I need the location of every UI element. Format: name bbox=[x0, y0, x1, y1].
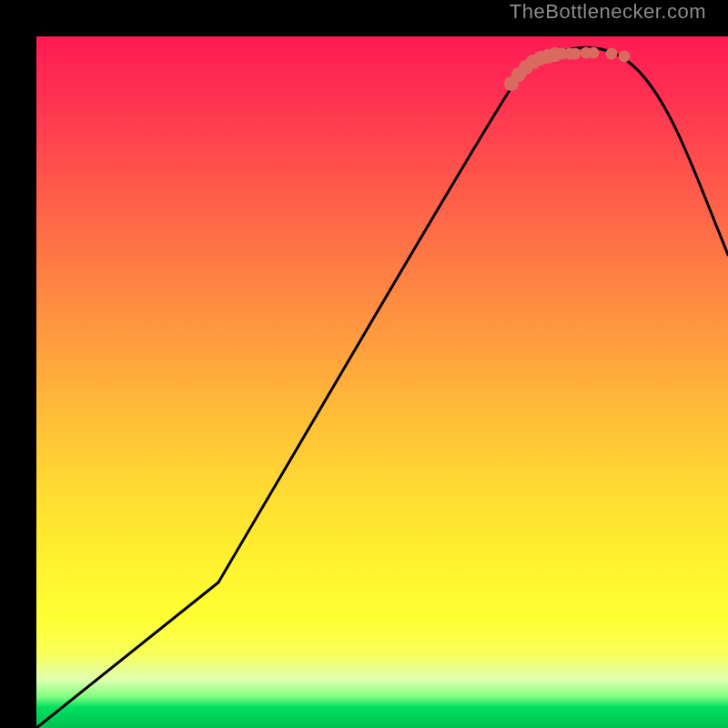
attribution-text: TheBottlenecker.com bbox=[510, 0, 706, 24]
curve-marker-dot bbox=[588, 47, 600, 59]
chart-svg bbox=[36, 36, 728, 728]
chart-frame bbox=[18, 18, 710, 710]
curve-marker-dot bbox=[606, 48, 618, 60]
bottleneck-curve bbox=[36, 47, 728, 728]
plot-area bbox=[36, 36, 728, 728]
curve-marker-dot bbox=[570, 48, 581, 60]
curve-markers bbox=[504, 47, 631, 92]
curve-marker-dot bbox=[619, 51, 631, 63]
